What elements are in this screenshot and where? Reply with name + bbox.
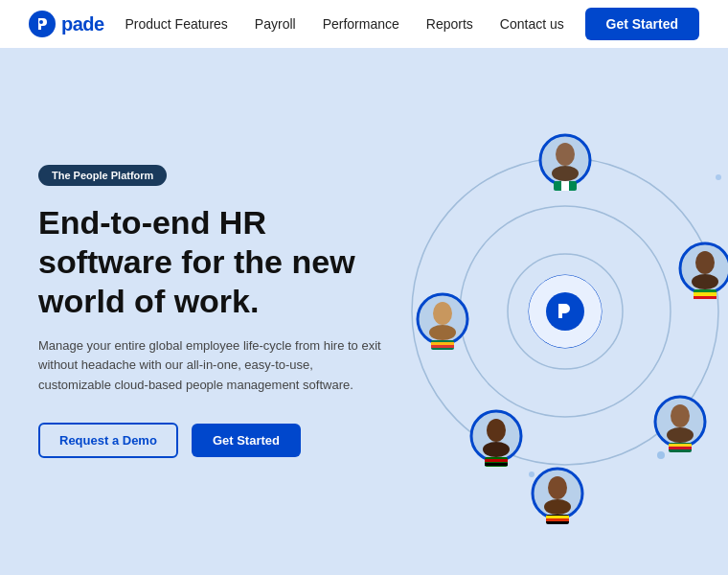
svg-point-20 bbox=[692, 274, 718, 289]
svg-rect-23 bbox=[694, 296, 717, 299]
hero-badge: The People Platform bbox=[38, 165, 167, 186]
svg-point-44 bbox=[544, 499, 571, 515]
header-get-started-button[interactable]: Get Started bbox=[585, 8, 699, 40]
svg-point-25 bbox=[433, 302, 452, 325]
hero-content: The People Platform End-to-end HR softwa… bbox=[38, 165, 383, 458]
hero-title: End-to-end HR software for the new world… bbox=[38, 203, 383, 320]
svg-point-14 bbox=[556, 143, 575, 166]
svg-rect-41 bbox=[669, 447, 692, 449]
svg-point-1 bbox=[39, 20, 43, 24]
hero-get-started-button[interactable]: Get Started bbox=[192, 424, 301, 457]
nav-performance[interactable]: Performance bbox=[323, 16, 399, 32]
svg-point-9 bbox=[716, 174, 721, 180]
hero-description: Manage your entire global employee life-… bbox=[38, 336, 383, 396]
svg-point-43 bbox=[548, 476, 567, 499]
nav-payroll[interactable]: Payroll bbox=[255, 16, 296, 32]
svg-rect-46 bbox=[546, 516, 569, 518]
hero-buttons: Request a Demo Get Started bbox=[38, 423, 383, 458]
logo-text: pade bbox=[61, 13, 104, 35]
nav-reports[interactable]: Reports bbox=[426, 16, 473, 32]
header: pade Product Features Payroll Performanc… bbox=[0, 0, 728, 48]
logo: pade bbox=[29, 11, 104, 37]
svg-point-7 bbox=[529, 472, 535, 477]
svg-point-32 bbox=[483, 442, 510, 457]
svg-point-38 bbox=[667, 427, 694, 443]
svg-rect-29 bbox=[431, 345, 454, 348]
nav-contact-us[interactable]: Contact us bbox=[500, 16, 564, 32]
svg-rect-22 bbox=[694, 292, 717, 296]
svg-rect-47 bbox=[546, 518, 569, 521]
svg-rect-35 bbox=[485, 463, 508, 466]
svg-rect-28 bbox=[431, 342, 454, 345]
orbital-diagram bbox=[383, 81, 728, 541]
request-demo-button[interactable]: Request a Demo bbox=[38, 423, 178, 458]
svg-point-26 bbox=[429, 325, 456, 340]
svg-point-15 bbox=[552, 166, 579, 181]
svg-rect-17 bbox=[561, 181, 569, 191]
main-nav: Product Features Payroll Performance Rep… bbox=[125, 16, 563, 32]
svg-point-31 bbox=[487, 419, 506, 442]
svg-rect-40 bbox=[669, 444, 692, 447]
nav-product-features[interactable]: Product Features bbox=[125, 16, 227, 32]
pade-logo-icon bbox=[29, 11, 56, 37]
svg-point-6 bbox=[657, 451, 665, 459]
hero-section: The People Platform End-to-end HR softwa… bbox=[0, 48, 728, 575]
orbital-svg bbox=[383, 81, 728, 541]
svg-point-19 bbox=[695, 251, 715, 274]
svg-point-37 bbox=[671, 404, 690, 427]
svg-rect-34 bbox=[485, 459, 508, 462]
